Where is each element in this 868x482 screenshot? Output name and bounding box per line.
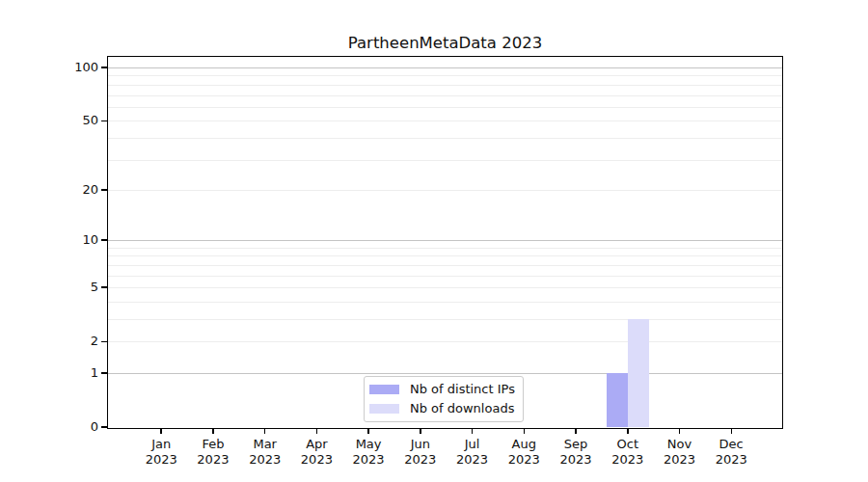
legend-label: Nb of downloads: [410, 401, 514, 415]
gridline-minor: [108, 190, 782, 191]
y-tick: [101, 372, 107, 374]
x-tick: [627, 429, 629, 434]
y-tick-label: 100: [29, 59, 98, 76]
x-tick: [316, 429, 318, 434]
y-tick-label: 0: [29, 418, 98, 436]
x-tick: [367, 429, 369, 434]
y-tick: [101, 239, 107, 241]
x-tick-label: Dec 2023: [700, 437, 762, 467]
gridline-minor: [108, 120, 782, 121]
legend-item: Nb of distinct IPs: [369, 382, 515, 396]
x-tick: [731, 429, 733, 434]
gridline-minor: [108, 107, 782, 108]
bar-nb-of-downloads: [628, 319, 649, 427]
x-tick: [524, 429, 526, 434]
gridline-minor: [108, 319, 782, 320]
legend-item: Nb of downloads: [369, 401, 515, 415]
legend-swatch-nb-of-distinct-ips: [369, 385, 399, 394]
gridline-major: [108, 240, 782, 241]
x-tick: [472, 429, 474, 434]
legend-label: Nb of distinct IPs: [410, 382, 515, 396]
gridline-minor: [108, 95, 782, 96]
y-tick-label: 10: [29, 231, 98, 249]
gridline-minor: [108, 302, 782, 303]
gridline-minor: [108, 276, 782, 277]
gridline-minor: [108, 265, 782, 266]
gridline-minor: [108, 75, 782, 76]
x-tick: [160, 429, 162, 434]
y-tick: [101, 120, 107, 122]
y-tick-label: 20: [29, 181, 98, 199]
x-tick: [420, 429, 421, 434]
legend: Nb of distinct IPsNb of downloads: [364, 376, 524, 422]
x-tick: [575, 429, 577, 434]
y-tick: [101, 189, 107, 191]
x-tick: [212, 429, 214, 434]
gridline-minor: [108, 160, 782, 161]
gridline-minor: [108, 248, 782, 249]
gridline-minor: [108, 341, 782, 342]
x-tick: [679, 429, 681, 434]
y-tick-label: 2: [29, 333, 98, 350]
gridline-minor: [108, 138, 782, 139]
legend-swatch-nb-of-downloads: [369, 404, 399, 414]
y-tick: [101, 286, 107, 288]
gridline-major: [108, 67, 782, 68]
bar-nb-of-distinct-ips: [607, 373, 628, 427]
chart-figure: PartheenMetaData 2023 0125102050100Jan 2…: [0, 0, 868, 482]
gridline-minor: [108, 85, 782, 86]
y-tick-label: 50: [29, 112, 98, 129]
y-tick: [101, 426, 107, 428]
y-tick-label: 1: [29, 364, 98, 382]
y-tick-label: 5: [29, 279, 98, 296]
gridline-minor: [108, 255, 782, 256]
gridline-major: [108, 373, 782, 374]
x-tick: [264, 429, 266, 434]
y-tick: [101, 67, 107, 68]
y-tick: [101, 341, 107, 343]
gridline-minor: [108, 287, 782, 288]
